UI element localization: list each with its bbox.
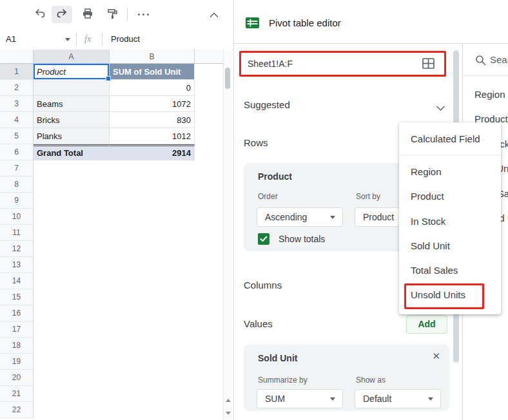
cell-A3[interactable]: Beams — [34, 96, 110, 112]
show-totals-checkbox[interactable] — [258, 233, 269, 245]
cell-B2[interactable]: 0 — [110, 80, 195, 96]
col-header-c[interactable] — [195, 50, 223, 64]
select-data-range-icon[interactable] — [422, 58, 435, 72]
order-select[interactable]: Ascending — [257, 207, 343, 227]
cell-A6[interactable]: Grand Total — [34, 144, 110, 160]
row-header-5[interactable]: 5 — [0, 128, 33, 144]
redo-button[interactable] — [52, 6, 72, 23]
cell-A5[interactable]: Planks — [34, 128, 110, 144]
data-range-value[interactable]: Sheet1!A:F — [248, 52, 293, 75]
row-header-14[interactable]: 14 — [0, 273, 33, 289]
rows-section-label: Rows — [244, 135, 268, 151]
values-section-label: Values — [244, 316, 273, 332]
cell-B3[interactable]: 1072 — [110, 96, 195, 112]
row-header-10[interactable]: 10 — [0, 209, 33, 225]
undo-icon — [34, 7, 46, 23]
order-select-value: Ascending — [265, 208, 307, 226]
name-box[interactable]: A1 — [6, 29, 16, 50]
collapse-toolbar-button[interactable] — [204, 6, 224, 23]
cell-B5[interactable]: 1012 — [110, 128, 195, 144]
field-search-box[interactable]: Search — [463, 44, 508, 76]
cell-B4[interactable]: 830 — [110, 112, 195, 128]
row-header-16[interactable]: 16 — [0, 305, 33, 321]
row-header-3[interactable]: 3 — [0, 96, 33, 112]
pivot-table: ProductSUM of Sold Unit0Beams1072Bricks8… — [34, 64, 195, 160]
row-header-21[interactable]: 21 — [0, 386, 33, 402]
fill-handle[interactable] — [106, 76, 111, 81]
dropdown-caret-icon — [330, 397, 335, 401]
search-icon — [475, 55, 486, 68]
columns-section-label: Columns — [244, 277, 282, 294]
menu-item-in-stock[interactable]: In Stock — [399, 209, 501, 233]
order-label: Order — [258, 191, 278, 202]
fx-icon: fx — [84, 29, 91, 50]
menu-item-total-sales[interactable]: Total Sales — [399, 258, 501, 282]
summarize-by-select[interactable]: SUM — [257, 389, 343, 408]
paint-format-icon — [106, 7, 119, 23]
formula-input[interactable]: Product — [111, 29, 140, 50]
formula-bar-divider — [76, 33, 77, 46]
menu-item-region[interactable]: Region — [399, 159, 501, 184]
row-header-13[interactable]: 13 — [0, 257, 33, 273]
formula-bar-divider — [102, 33, 103, 46]
row-header-12[interactable]: 12 — [0, 241, 33, 257]
rows-card-title: Product — [258, 169, 292, 184]
google-sheets-pivot-editor-screen: A1 fx Product A B 1234567891011121314151… — [0, 0, 508, 420]
field-item-region[interactable]: Region — [463, 82, 508, 107]
row-header-9[interactable]: 9 — [0, 193, 33, 209]
menu-item-product[interactable]: Product — [399, 184, 501, 209]
row-header-17[interactable]: 17 — [0, 321, 33, 338]
cell-A1[interactable]: Product — [34, 64, 110, 80]
panel-title: Pivot table editor — [269, 16, 341, 30]
menu-item-calculated-field[interactable]: Calculated Field — [399, 126, 501, 151]
pivot-table-icon — [246, 16, 260, 32]
select-all-corner[interactable] — [0, 50, 34, 64]
show-as-label: Show as — [356, 375, 386, 385]
print-icon — [81, 7, 94, 23]
row-header-8[interactable]: 8 — [0, 177, 33, 193]
undo-button[interactable] — [30, 6, 50, 23]
row-header-18[interactable]: 18 — [0, 338, 33, 354]
show-as-select[interactable]: Default — [355, 389, 441, 408]
row-header-1[interactable]: 1 — [0, 64, 33, 80]
cell-B1[interactable]: SUM of Sold Unit — [110, 64, 195, 80]
dropdown-caret-icon — [330, 216, 335, 219]
name-box-dropdown-icon[interactable] — [65, 38, 70, 41]
data-range-field[interactable]: Sheet1!A:F — [241, 52, 444, 75]
col-header-b[interactable]: B — [110, 50, 195, 64]
row-header-4[interactable]: 4 — [0, 112, 33, 128]
row-header-11[interactable]: 11 — [0, 225, 33, 241]
redo-icon — [55, 7, 68, 23]
cell-A4[interactable]: Bricks — [34, 112, 110, 128]
print-button[interactable] — [77, 6, 98, 23]
sort-by-select-value: Product — [363, 208, 394, 226]
row-header-20[interactable]: 20 — [0, 370, 33, 386]
row-header-6[interactable]: 6 — [0, 144, 33, 160]
paint-format-button[interactable] — [102, 6, 122, 23]
menu-item-unsold-units[interactable]: Unsold Units — [399, 283, 501, 307]
row-header-19[interactable]: 19 — [0, 354, 33, 370]
row-header-22[interactable]: 22 — [0, 402, 33, 418]
menu-item-sold-unit[interactable]: Sold Unit — [399, 233, 501, 258]
panel-divider — [233, 0, 234, 420]
scroll-down-icon[interactable] — [225, 410, 231, 416]
values-add-button[interactable]: Add — [406, 315, 447, 334]
sheet-scrollbar-thumb[interactable] — [225, 68, 230, 89]
chevron-down-icon[interactable] — [436, 102, 445, 113]
values-card-sold-unit: Sold Unit ✕ Summarize by Show as SUM Def… — [244, 345, 449, 411]
close-icon[interactable]: ✕ — [432, 350, 440, 362]
cell-B6[interactable]: 2914 — [110, 144, 195, 160]
cell-A2[interactable] — [34, 80, 110, 96]
sheet-vertical-scrollbar[interactable] — [223, 50, 232, 420]
scroll-up-icon[interactable] — [225, 397, 231, 403]
toolbar — [0, 0, 233, 30]
toolbar-divider — [127, 8, 128, 21]
row-headers: 12345678910111213141516171819202122 — [0, 64, 34, 418]
sort-by-label: Sort by — [356, 191, 380, 202]
more-options-button[interactable] — [133, 6, 153, 23]
row-header-2[interactable]: 2 — [0, 80, 33, 96]
col-header-a[interactable]: A — [34, 50, 110, 64]
show-as-value: Default — [363, 390, 391, 408]
row-header-7[interactable]: 7 — [0, 160, 33, 177]
row-header-15[interactable]: 15 — [0, 289, 33, 305]
